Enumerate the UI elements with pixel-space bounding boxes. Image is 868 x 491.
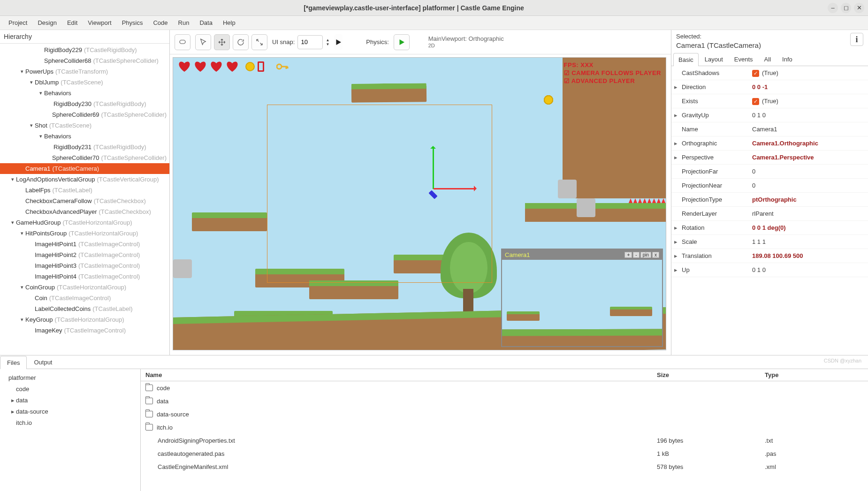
filetree-item[interactable]: itch.io (2, 417, 138, 428)
cursor-button[interactable] (195, 34, 211, 50)
filetree-item[interactable]: code (2, 383, 138, 394)
file-row[interactable]: data (141, 394, 868, 408)
play-button[interactable] (334, 34, 343, 50)
property-row[interactable]: ▸Translation189.08 100.69 500 (671, 249, 868, 263)
file-row[interactable]: code (141, 381, 868, 394)
hierarchy-item[interactable]: ▾Behaviors (0, 88, 169, 98)
menu-project[interactable]: Project (4, 17, 32, 28)
property-row[interactable]: ▸GravityUp0 1 0 (671, 108, 868, 122)
filetree-item[interactable]: ▸data (2, 394, 138, 406)
property-row[interactable]: ▸OrthographicCamera1.Orthographic (671, 136, 868, 151)
menu-viewport[interactable]: Viewport (83, 17, 116, 28)
hierarchy-item[interactable]: ImageKey(TCastleImageControl) (0, 325, 169, 336)
file-row[interactable]: data-source (141, 408, 868, 421)
hierarchy-item[interactable]: ▾KeyGroup(TCastleHorizontalGroup) (0, 314, 169, 325)
inspector-tab-events[interactable]: Events (729, 53, 758, 66)
rotate-button[interactable] (233, 34, 249, 50)
bottom-tab-files[interactable]: Files (0, 356, 27, 369)
hierarchy-item[interactable]: ImageHitPoint4(TCastleImageControl) (0, 271, 169, 282)
hierarchy-item[interactable]: Coin(TCastleImageControl) (0, 293, 169, 303)
property-row[interactable]: Exists✓(True) (671, 94, 868, 108)
physics-play-button[interactable] (394, 34, 410, 50)
property-row[interactable]: ▸Scale1 1 1 (671, 235, 868, 249)
inspector-tab-all[interactable]: All (759, 53, 776, 66)
property-row[interactable]: ▸Direction0 0 -1 (671, 80, 868, 94)
selected-label: Selected: (676, 33, 761, 41)
uisnap-up[interactable]: ▲ (326, 38, 329, 42)
inspector-tab-info[interactable]: Info (777, 53, 798, 66)
hierarchy-item[interactable]: ▾Behaviors (0, 131, 169, 142)
hierarchy-item[interactable]: CheckboxCameraFollow(TCastleCheckbox) (0, 196, 169, 206)
camera-preview-pin[interactable]: pin (640, 252, 651, 258)
camera-preview-minus[interactable]: - (633, 252, 639, 258)
file-row[interactable]: castleautogenerated.pas1 kB.pas (141, 447, 868, 460)
hierarchy-item[interactable]: ▾HitPointsGroup(TCastleHorizontalGroup) (0, 228, 169, 239)
hierarchy-item[interactable]: ▾PowerUps(TCastleTransform) (0, 66, 169, 77)
selected-name: Camera1 (TCastleCamera) (676, 41, 761, 50)
property-list[interactable]: CastShadows✓(True)▸Direction0 0 -1Exists… (671, 66, 868, 355)
hierarchy-item[interactable]: SphereCollider70(TCastleSphereCollider) (0, 152, 169, 163)
bottom-panel: FilesOutput platformercode▸data▸data-sou… (0, 355, 868, 491)
filetree-item[interactable]: ▸data-source (2, 406, 138, 417)
menu-data[interactable]: Data (195, 17, 217, 28)
property-row[interactable]: ▸Rotation0 0 1 deg(0) (671, 221, 868, 235)
property-row[interactable]: NameCamera1 (671, 122, 868, 136)
menu-help[interactable]: Help (218, 17, 240, 28)
property-row[interactable]: CastShadows✓(True) (671, 66, 868, 80)
property-row[interactable]: ProjectionNear0 (671, 179, 868, 193)
viewport-canvas[interactable]: FPS: XXX ☑ CAMERA FOLLOWS PLAYER ☑ ADVAN… (173, 57, 666, 350)
hierarchy-item[interactable]: RigidBody229(TCastleRigidBody) (0, 45, 169, 55)
hierarchy-item[interactable]: LabelCollectedCoins(TCastleLabel) (0, 303, 169, 314)
hierarchy-item[interactable]: ImageHitPoint3(TCastleImageControl) (0, 260, 169, 271)
file-tree[interactable]: platformercode▸data▸data-sourceitch.io (0, 369, 141, 491)
file-row[interactable]: CastleEngineManifest.xml578 bytes.xml (141, 460, 868, 473)
window-maximize-button[interactable]: ◻ (841, 3, 851, 13)
move-button[interactable] (214, 34, 230, 50)
hierarchy-item[interactable]: ▾DblJump(TCastleScene) (0, 77, 169, 88)
property-row[interactable]: ▸Up0 1 0 (671, 263, 868, 277)
hierarchy-tree[interactable]: RigidBody229(TCastleRigidBody)SphereColl… (0, 44, 169, 355)
window-minimize-button[interactable]: – (828, 3, 838, 13)
inspector-tab-basic[interactable]: Basic (673, 53, 699, 66)
file-row[interactable]: AndroidSigningProperties.txt196 bytes.tx… (141, 434, 868, 447)
hierarchy-item[interactable]: RigidBody231(TCastleRigidBody) (0, 142, 169, 152)
hierarchy-item[interactable]: ▾GameHudGroup(TCastleHorizontalGroup) (0, 217, 169, 228)
hierarchy-header: Hierarchy (0, 30, 169, 44)
menu-design[interactable]: Design (33, 17, 61, 28)
hierarchy-item[interactable]: Camera1(TCastleCamera) (0, 163, 169, 174)
uisnap-input[interactable] (297, 35, 323, 49)
hierarchy-item[interactable]: ImageHitPoint1(TCastleImageControl) (0, 239, 169, 249)
titlebar: [*gameviewplay.castle-user-interface] pl… (0, 0, 868, 16)
hierarchy-item[interactable]: ▾Shot(TCastleScene) (0, 120, 169, 131)
hierarchy-item[interactable]: ▾LogAndOptionsVerticalGroup(TCastleVerti… (0, 174, 169, 185)
inspector-tab-layout[interactable]: Layout (700, 53, 728, 66)
file-list[interactable]: Name Size Type codedatadata-sourceitch.i… (141, 369, 868, 491)
uisnap-down[interactable]: ▼ (326, 42, 329, 46)
filetree-item[interactable]: platformer (2, 372, 138, 383)
hierarchy-item[interactable]: RigidBody230(TCastleRigidBody) (0, 98, 169, 109)
hierarchy-item[interactable]: LabelFps(TCastleLabel) (0, 185, 169, 196)
menu-physics[interactable]: Physics (117, 17, 148, 28)
property-row[interactable]: RenderLayerrlParent (671, 207, 868, 221)
hierarchy-item[interactable]: ▾CoinGroup(TCastleHorizontalGroup) (0, 282, 169, 293)
hierarchy-item[interactable]: SphereCollider69(TCastleSphereCollider) (0, 109, 169, 120)
property-row[interactable]: ProjectionFar0 (671, 165, 868, 179)
bottom-tab-output[interactable]: Output (27, 355, 59, 369)
camera-preview[interactable]: Camera1 + - pin x (501, 249, 663, 347)
menu-run[interactable]: Run (174, 17, 194, 28)
property-row[interactable]: ▸PerspectiveCamera1.Perspective (671, 151, 868, 165)
info-button[interactable]: i (850, 33, 863, 46)
selection-rect-button[interactable] (175, 34, 190, 50)
bottom-tabs: FilesOutput (0, 355, 868, 369)
camera-preview-close[interactable]: x (652, 252, 659, 258)
property-row[interactable]: ProjectionTypeptOrthographic (671, 193, 868, 207)
hierarchy-item[interactable]: SphereCollider68(TCastleSphereCollider) (0, 55, 169, 66)
camera-preview-plus[interactable]: + (624, 252, 632, 258)
menu-edit[interactable]: Edit (62, 17, 82, 28)
hierarchy-item[interactable]: CheckboxAdvancedPlayer(TCastleCheckbox) (0, 206, 169, 217)
window-close-button[interactable]: ✕ (854, 3, 864, 13)
hierarchy-item[interactable]: ImageHitPoint2(TCastleImageControl) (0, 249, 169, 260)
scale-button[interactable] (251, 34, 267, 50)
menu-code[interactable]: Code (148, 17, 172, 28)
file-row[interactable]: itch.io (141, 421, 868, 434)
